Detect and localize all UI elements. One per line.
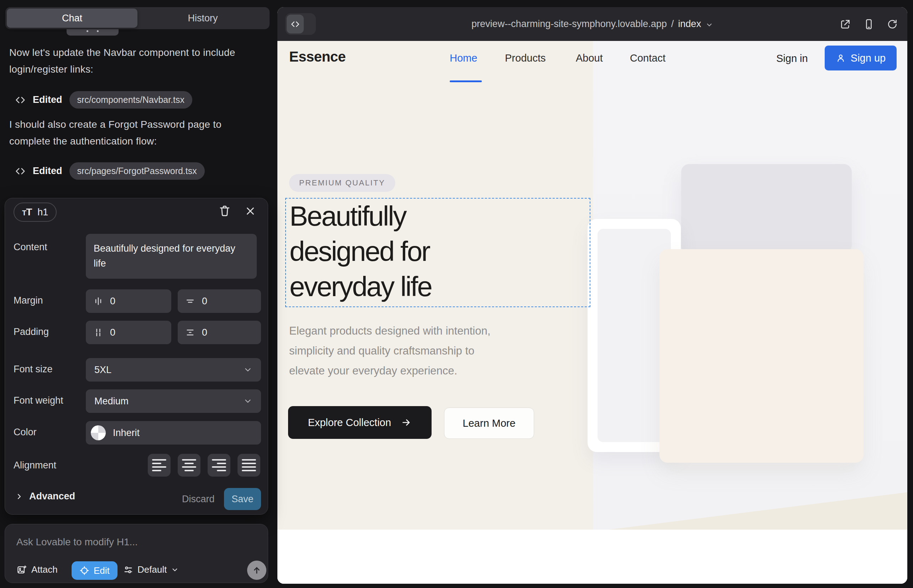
hero-headline: Beautifully designed for everyday life [290,199,432,304]
margin-label: Margin [13,295,43,306]
element-tag: h1 [37,207,48,218]
nav-link-products[interactable]: Products [505,52,546,64]
edited-file-chip[interactable]: src/components/Navbar.tsx [70,91,193,108]
padding-x-input[interactable]: 0 [86,321,171,344]
target-icon [79,565,89,575]
edited-label: Edited [33,165,62,176]
site-logo[interactable]: Essence [289,49,346,65]
margin-x-input[interactable]: 0 [86,289,171,313]
advanced-toggle[interactable]: Advanced [15,491,75,502]
align-left-button[interactable] [148,454,170,477]
attach-button[interactable]: Attach [16,564,58,575]
explore-collection-button[interactable]: Explore Collection [288,406,432,439]
chevron-down-icon [171,566,179,574]
scrolled-chip-peek[interactable] [66,29,118,36]
code-icon [15,95,26,105]
send-button[interactable] [247,561,266,580]
topbar-actions [840,7,898,41]
chat-message: Now let's update the Navbar component to… [9,44,250,78]
sign-in-link[interactable]: Sign in [776,53,808,65]
refresh-icon[interactable] [887,18,898,30]
edit-mode-button[interactable]: Edit [71,561,118,580]
discard-button[interactable]: Discard [182,488,215,510]
edited-file-row: Edited src/components/Navbar.tsx [15,91,192,108]
color-swatch [91,425,106,440]
model-selector[interactable]: Default [123,564,179,575]
color-label: Color [13,427,37,438]
margin-horizontal-icon [93,296,104,307]
save-button[interactable]: Save [224,488,261,510]
nav-link-about[interactable]: About [576,52,603,64]
h1-selection-box[interactable]: Beautifully designed for everyday life [285,198,590,307]
premium-quality-badge: PREMIUM QUALITY [289,174,395,192]
margin-y-input[interactable]: 0 [178,289,261,313]
nav-link-contact[interactable]: Contact [630,52,665,64]
alignment-buttons [148,454,260,477]
edited-file-row: Edited src/pages/ForgotPassword.tsx [15,162,205,180]
chevron-right-icon [15,492,24,501]
sidebar: Chat History Now let's update the Navbar… [0,0,277,588]
decorative-card-cream [659,249,863,463]
padding-vertical-icon [185,327,196,338]
margin-vertical-icon [185,296,196,307]
align-right-button[interactable] [207,454,230,477]
delete-element-button[interactable] [218,204,231,218]
image-plus-icon [16,564,27,575]
font-weight-label: Font weight [13,395,63,406]
edited-file-chip[interactable]: src/pages/ForgotPassword.tsx [70,162,205,180]
chat-history-tabs: Chat History [5,7,270,29]
tab-chat[interactable]: Chat [7,8,138,28]
align-justify-button[interactable] [238,454,260,477]
open-external-icon[interactable] [840,18,851,30]
font-size-select[interactable]: 5XL [86,358,261,381]
padding-label: Padding [13,326,49,338]
selected-element-chip: TT h1 [13,202,57,222]
align-center-button[interactable] [178,454,201,477]
code-icon [15,166,26,176]
tab-history[interactable]: History [138,8,268,28]
padding-y-input[interactable]: 0 [178,321,261,344]
type-icon: TT [22,207,32,218]
chevron-down-icon [243,365,253,375]
padding-horizontal-icon [93,327,104,338]
site-preview: Essence Home Products About Contact Sign… [277,41,907,584]
nav-link-home[interactable]: Home [450,52,477,64]
chevron-down-icon [706,21,713,29]
sign-up-button[interactable]: Sign up [825,45,897,71]
user-icon [836,53,846,63]
learn-more-button[interactable]: Learn More [444,407,534,439]
preview-topbar: preview--charming-site-symphony.lovable.… [277,7,907,41]
url-separator: / [671,18,674,29]
mobile-view-icon[interactable] [863,18,874,30]
content-label: Content [13,242,47,253]
url-bar[interactable]: preview--charming-site-symphony.lovable.… [277,7,907,41]
chevron-down-icon [243,396,253,406]
element-inspector-panel: TT h1 Content Beautifully designed for e… [5,198,268,515]
color-picker[interactable]: Inherit [86,421,261,444]
alignment-label: Alignment [13,460,56,471]
close-icon[interactable] [244,205,256,217]
arrow-up-icon [252,565,262,575]
arrow-right-icon [401,417,412,428]
prompt-input[interactable]: Ask Lovable to modify H1... [16,536,138,548]
chat-message: I should also create a Forgot Password p… [9,116,250,150]
url-host: preview--charming-site-symphony.lovable.… [471,18,667,29]
font-weight-select[interactable]: Medium [86,389,261,413]
font-size-label: Font size [13,364,53,375]
decorative-card-gray [681,164,852,253]
active-nav-underline [450,81,482,82]
content-textarea[interactable]: Beautifully designed for everyday life [86,234,257,279]
edited-label: Edited [33,94,62,105]
hero-section: Essence Home Products About Contact Sign… [277,41,907,530]
sliders-icon [123,565,133,575]
hero-paragraph: Elegant products designed with intention… [289,321,490,381]
url-path: index [678,18,701,29]
preview-window: preview--charming-site-symphony.lovable.… [277,7,907,584]
prompt-composer: Ask Lovable to modify H1... Attach Edit … [5,524,268,583]
